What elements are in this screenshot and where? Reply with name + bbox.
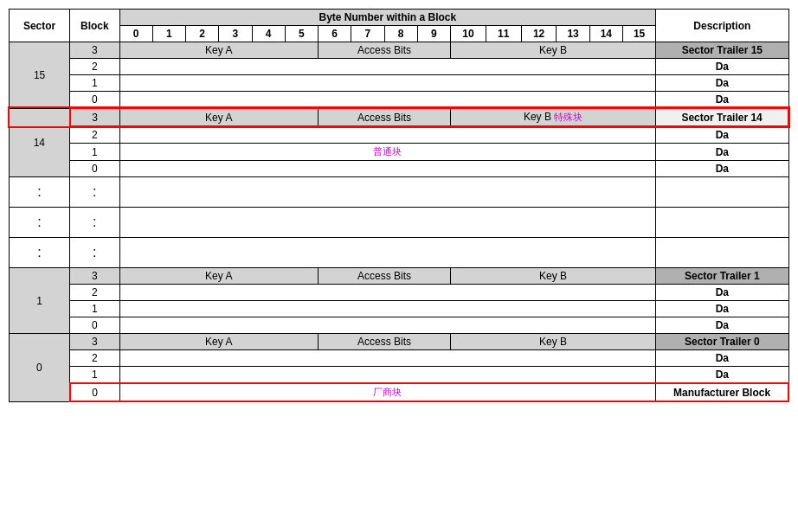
sector14-block3-row: 14 3 Key A Access Bits Key B 特殊块 Sector … bbox=[10, 108, 789, 126]
desc-s14-b1: Da bbox=[656, 144, 788, 161]
desc-s14-b3: Sector Trailer 14 bbox=[656, 108, 788, 126]
block-0-s1: 0 bbox=[70, 317, 119, 334]
header-row-top: Sector Block Byte Number within a Block … bbox=[10, 10, 789, 26]
byte-1: 1 bbox=[152, 26, 185, 42]
desc-s1-b3: Sector Trailer 1 bbox=[656, 268, 788, 285]
keya-s14: Key A bbox=[119, 108, 319, 126]
byte-9: 9 bbox=[417, 26, 450, 42]
desc-s15-b1: Da bbox=[656, 75, 788, 92]
main-container: Sector Block Byte Number within a Block … bbox=[9, 9, 789, 402]
block-3-s15: 3 bbox=[70, 42, 119, 59]
keya-s15: Key A bbox=[119, 42, 319, 59]
sector15-block3-row: 15 3 Key A Access Bits Key B Sector Trai… bbox=[10, 42, 789, 59]
byte-4: 4 bbox=[252, 26, 285, 42]
sector14-block2-row: 2 Da bbox=[10, 126, 789, 144]
desc-s1-b0: Da bbox=[656, 317, 788, 334]
block-1-s15: 1 bbox=[70, 75, 119, 92]
desc-s1-b1: Da bbox=[656, 301, 788, 317]
sector15-block2-row: 2 Da bbox=[10, 59, 789, 75]
byte-7: 7 bbox=[351, 26, 384, 42]
block-header: Block bbox=[70, 10, 119, 42]
byte-2: 2 bbox=[186, 26, 219, 42]
sector-0: 0 bbox=[10, 334, 70, 402]
sector1-block2-row: 2 Da bbox=[10, 285, 789, 301]
keya-s0: Key A bbox=[119, 334, 319, 350]
block-dot-3: : bbox=[70, 238, 119, 268]
block-3-s0: 3 bbox=[70, 334, 119, 350]
byte-13: 13 bbox=[557, 26, 589, 42]
sector-header: Sector bbox=[10, 10, 70, 42]
dots-row-3: : : bbox=[10, 238, 789, 268]
sector1-block0-row: 0 Da bbox=[10, 317, 789, 334]
special-block-label: 特殊块 bbox=[554, 112, 582, 122]
block-1-s1: 1 bbox=[70, 301, 119, 317]
byte-12: 12 bbox=[521, 26, 557, 42]
manufacturer-block-label: 厂商块 bbox=[373, 387, 402, 397]
keya-s1: Key A bbox=[119, 268, 319, 285]
desc-s1-b2: Da bbox=[656, 285, 788, 301]
desc-s0-b3: Sector Trailer 0 bbox=[656, 334, 788, 350]
keyb-s1: Key B bbox=[451, 268, 656, 285]
desc-s0-b1: Da bbox=[656, 367, 788, 384]
sector15-block0-row: 0 Da bbox=[10, 92, 789, 109]
desc-s15-b2: Da bbox=[656, 59, 788, 75]
block-1-s0: 1 bbox=[70, 367, 119, 384]
dots-row-1: : : bbox=[10, 177, 789, 208]
block-2-s0: 2 bbox=[70, 350, 119, 367]
block-0-s15: 0 bbox=[70, 92, 119, 109]
memory-table: Sector Block Byte Number within a Block … bbox=[9, 9, 789, 402]
desc-s0-b0: Manufacturer Block bbox=[656, 383, 788, 401]
sector-1: 1 bbox=[10, 268, 70, 334]
normal-block-label: 普通块 bbox=[373, 146, 402, 157]
block-2-s14: 2 bbox=[70, 126, 119, 144]
byte-14: 14 bbox=[589, 26, 622, 42]
byte-10: 10 bbox=[451, 26, 486, 42]
desc-s14-b2: Da bbox=[656, 126, 788, 144]
byte-3: 3 bbox=[219, 26, 252, 42]
sector0-block0-row: 0 厂商块 Manufacturer Block bbox=[10, 383, 789, 401]
sector-14: 14 bbox=[10, 108, 70, 177]
block-0-s0: 0 bbox=[70, 383, 119, 401]
block-3-s1: 3 bbox=[70, 268, 119, 285]
sector1-block3-row: 1 3 Key A Access Bits Key B Sector Trail… bbox=[10, 268, 789, 285]
sector-dot-2: : bbox=[10, 208, 70, 238]
keyb-s0: Key B bbox=[451, 334, 656, 350]
description-header: Description bbox=[656, 10, 788, 42]
sector-dot-3: : bbox=[10, 238, 70, 268]
byte-6: 6 bbox=[319, 26, 351, 42]
byte-5: 5 bbox=[285, 26, 318, 42]
block-dot-1: : bbox=[70, 177, 119, 208]
block-2-s1: 2 bbox=[70, 285, 119, 301]
block-dot-2: : bbox=[70, 208, 119, 238]
keyb-s15: Key B bbox=[451, 42, 656, 59]
block-2-s15: 2 bbox=[70, 59, 119, 75]
block-0-s14: 0 bbox=[70, 161, 119, 177]
access-s14: Access Bits bbox=[319, 108, 451, 126]
dots-row-2: : : bbox=[10, 208, 789, 238]
sector0-block1-row: 1 Da bbox=[10, 367, 789, 384]
keyb-s14: Key B 特殊块 bbox=[451, 108, 656, 126]
sector0-block2-row: 2 Da bbox=[10, 350, 789, 367]
block-1-s14: 1 bbox=[70, 144, 119, 161]
access-s15: Access Bits bbox=[319, 42, 451, 59]
sector1-block1-row: 1 Da bbox=[10, 301, 789, 317]
access-s1: Access Bits bbox=[319, 268, 451, 285]
sector-dot-1: : bbox=[10, 177, 70, 208]
byte-15: 15 bbox=[622, 26, 655, 42]
sector14-block1-row: 1 普通块 Da bbox=[10, 144, 789, 161]
byte-number-header: Byte Number within a Block bbox=[119, 10, 656, 26]
block-3-s14: 3 bbox=[70, 108, 119, 126]
sector0-block3-row: 0 3 Key A Access Bits Key B Sector Trail… bbox=[10, 334, 789, 350]
desc-s15-b3: Sector Trailer 15 bbox=[656, 42, 788, 59]
desc-s0-b2: Da bbox=[656, 350, 788, 367]
desc-s15-b0: Da bbox=[656, 92, 788, 109]
sector14-block0-row: 0 Da bbox=[10, 161, 789, 177]
byte-11: 11 bbox=[486, 26, 521, 42]
byte-8: 8 bbox=[384, 26, 417, 42]
sector-15: 15 bbox=[10, 42, 70, 109]
byte-0: 0 bbox=[119, 26, 152, 42]
desc-s14-b0: Da bbox=[656, 161, 788, 177]
access-s0: Access Bits bbox=[319, 334, 451, 350]
sector15-block1-row: 1 Da bbox=[10, 75, 789, 92]
